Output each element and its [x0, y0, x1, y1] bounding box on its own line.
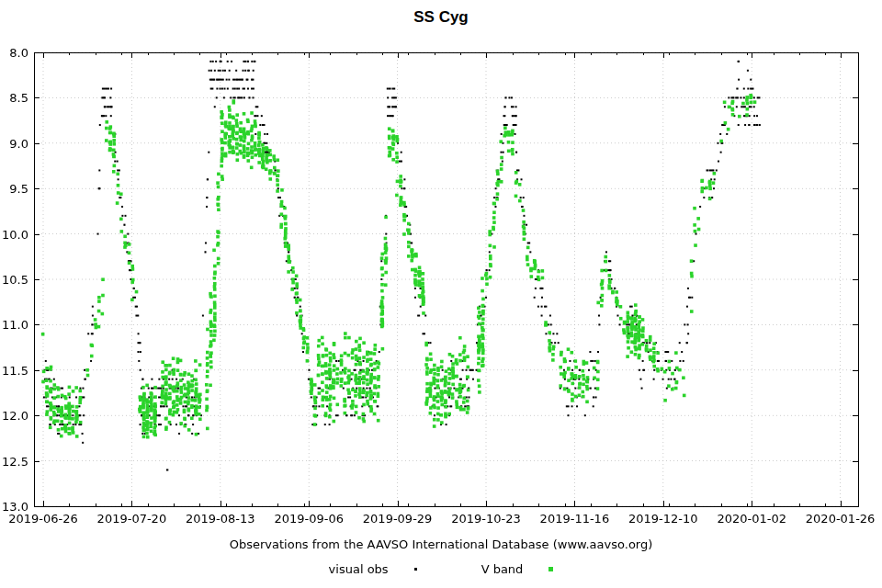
y-tick-label: 10.5 [0, 273, 28, 287]
y-tick-label: 8.5 [0, 91, 28, 105]
x-tick-label: 2019-11-16 [530, 512, 618, 526]
aavso-light-curve-figure: SS Cyg 2019-06-262019-07-202019-08-13201… [0, 0, 882, 588]
y-tick-label: 13.0 [0, 500, 28, 514]
light-curve-canvas [0, 0, 882, 588]
x-tick-label: 2019-07-20 [87, 512, 175, 526]
y-tick-label: 11.5 [0, 364, 28, 378]
source-caption: Observations from the AAVSO Internationa… [0, 537, 882, 551]
y-tick-label: 11.0 [0, 318, 28, 332]
y-tick-label: 8.0 [0, 46, 28, 60]
x-tick-label: 2020-01-02 [707, 512, 796, 526]
legend-label-v-band: V band [481, 562, 524, 576]
y-tick-label: 12.0 [0, 409, 28, 423]
x-tick-label: 2019-09-29 [354, 512, 442, 526]
y-tick-label: 9.5 [0, 182, 28, 196]
x-tick-label: 2019-10-23 [442, 512, 530, 526]
x-tick-label: 2019-08-13 [176, 512, 265, 526]
x-tick-label: 2019-09-06 [265, 512, 353, 526]
x-tick-label: 2019-12-10 [619, 512, 707, 526]
y-tick-label: 12.5 [0, 455, 28, 469]
legend-item-visual-obs: visual obs [329, 562, 417, 576]
y-tick-label: 10.0 [0, 228, 28, 242]
y-tick-label: 9.0 [0, 137, 28, 151]
legend-label-visual-obs: visual obs [329, 562, 389, 576]
legend: visual obs V band [0, 562, 882, 576]
visual-obs-marker-icon [414, 568, 417, 571]
legend-item-v-band: V band [481, 562, 554, 576]
v-band-marker-icon [548, 567, 553, 571]
x-tick-label: 2020-01-26 [797, 512, 882, 526]
x-tick-label: 2019-06-26 [0, 512, 87, 526]
